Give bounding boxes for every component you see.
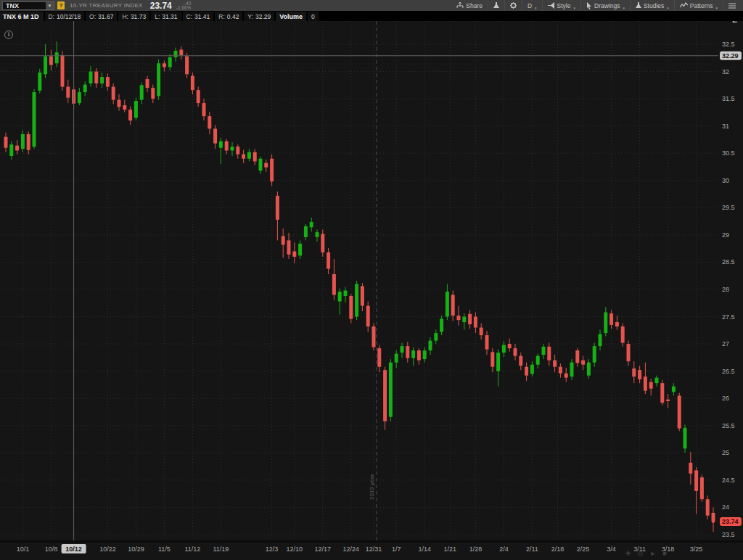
timeframe-button[interactable]: D▾ [522, 0, 542, 11]
svg-text:30.5: 30.5 [722, 149, 735, 157]
candle-body [276, 196, 279, 220]
settings-button[interactable] [504, 0, 522, 11]
candle-body [519, 356, 522, 366]
caret-icon: ▾ [715, 6, 718, 10]
candle-body [457, 316, 461, 320]
candle-body [570, 363, 574, 377]
candle-body [434, 333, 438, 341]
drawings-button[interactable]: Drawings▾ [580, 0, 630, 11]
help-icon[interactable]: ? [57, 1, 65, 9]
candle-body [225, 141, 229, 151]
quick-study-button[interactable] [488, 0, 504, 11]
candle-body [316, 232, 319, 237]
menu-button[interactable] [723, 0, 741, 11]
candle-body [355, 284, 358, 316]
candle-body [559, 367, 562, 374]
candle-body [474, 317, 477, 328]
candle-body [490, 352, 494, 366]
candle-body [627, 344, 631, 361]
svg-text:27: 27 [722, 340, 729, 347]
caret-icon: ▾ [573, 6, 575, 10]
candle-body [259, 159, 263, 171]
share-button[interactable]: Share [451, 0, 488, 11]
candle-body [361, 286, 364, 305]
candle-body [168, 57, 172, 67]
candle-body [298, 244, 302, 256]
candle-body [44, 57, 47, 75]
candle-body [146, 79, 149, 88]
candle-body [253, 152, 257, 162]
top-toolbar: TNX ▼ ? 10-YR TREASURY INDEX 23.74 -.40 … [0, 0, 743, 12]
candle-body [547, 347, 551, 361]
price-axis[interactable]: 23.52424.52525.52626.52727.52828.52929.5… [722, 41, 735, 538]
candle-body [372, 326, 376, 347]
candle-body [123, 105, 126, 110]
svg-text:24: 24 [722, 503, 729, 511]
style-button[interactable]: Style▾ [542, 0, 580, 11]
candle-body [660, 383, 664, 403]
candle-body [191, 76, 194, 91]
pan-cursor-icon[interactable]: ► [649, 550, 656, 557]
caret-icon: ▾ [535, 6, 537, 10]
candle-body [462, 317, 466, 323]
svg-text:10/29: 10/29 [128, 545, 144, 553]
candle-body [429, 341, 432, 351]
symbol-value: TNX [3, 2, 46, 9]
zoom-reset-icon[interactable]: ◎ [638, 550, 644, 557]
svg-text:2/18: 2/18 [551, 545, 565, 553]
pan-right-icon[interactable]: ■ [662, 550, 666, 557]
readout-open: O:31.67 [84, 12, 117, 21]
candle-body [89, 72, 93, 84]
candle-body [332, 274, 336, 295]
candle-body [389, 363, 393, 417]
info-icon[interactable]: i [4, 30, 13, 39]
candle-body [480, 328, 483, 336]
candle-body [15, 146, 19, 151]
symbol-input[interactable]: TNX ▼ [2, 1, 54, 10]
svg-text:29.5: 29.5 [722, 204, 735, 211]
candle-body [55, 52, 59, 63]
candle-body [621, 326, 625, 343]
pan-left-icon[interactable]: ✚ [625, 550, 631, 557]
candle-body [185, 57, 189, 75]
svg-text:23.74: 23.74 [722, 518, 739, 525]
candle-body [100, 77, 104, 83]
candle-body [49, 57, 53, 65]
last-price: 23.74 [150, 1, 172, 11]
candle-body [604, 313, 607, 334]
candle-body [655, 378, 659, 384]
candle-body [684, 428, 687, 449]
candle-body [157, 63, 160, 96]
candle-body [21, 134, 25, 149]
svg-text:25: 25 [722, 449, 729, 456]
readout-yvalue: Y:32.29 [242, 12, 274, 21]
candle-body [94, 72, 98, 84]
candle-body [644, 376, 647, 391]
readout-high: H:31.73 [117, 12, 149, 21]
last-price-badge: 23.74 [712, 517, 742, 526]
symbol-dropdown-icon[interactable]: ▼ [46, 2, 54, 9]
instrument-description: 10-YR TREASURY INDEX [70, 2, 143, 9]
studies-button[interactable]: Studies▾ [630, 0, 674, 11]
readout-close: C:31.41 [181, 12, 214, 21]
candle-body [327, 252, 330, 269]
svg-text:32.29: 32.29 [722, 52, 739, 59]
svg-text:31.5: 31.5 [722, 95, 735, 102]
svg-text:32.5: 32.5 [722, 41, 735, 48]
chart-pan-controls[interactable]: ✚ ◎ ► ■ [625, 550, 667, 557]
candlestick-chart[interactable]: 2019 year23.52424.52525.52626.52727.5282… [0, 21, 743, 560]
svg-text:26: 26 [722, 395, 729, 402]
share-icon [456, 2, 464, 9]
candle-body [615, 322, 619, 326]
grid [0, 21, 718, 540]
svg-text:25.5: 25.5 [722, 422, 735, 429]
candle-body [581, 361, 585, 365]
volume-label: Volume [274, 12, 306, 21]
candle-body [632, 368, 636, 376]
candle-body [4, 137, 8, 148]
svg-text:30: 30 [722, 177, 729, 184]
chart-area[interactable]: 2019 year23.52424.52525.52626.52727.5282… [0, 21, 743, 560]
candle-body [106, 77, 110, 87]
patterns-button[interactable]: Patterns▾ [674, 0, 723, 11]
candle-body [163, 63, 166, 67]
